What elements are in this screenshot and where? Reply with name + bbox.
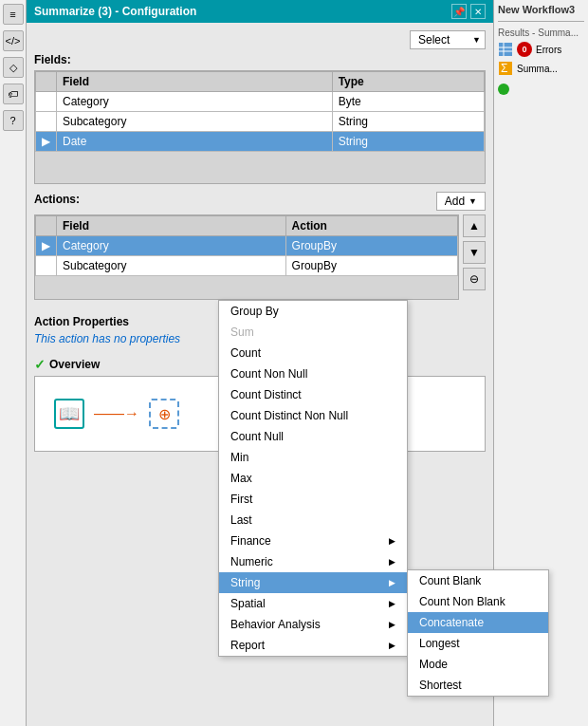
help-icon[interactable]: ? xyxy=(3,110,24,131)
fields-table-container: Field Type Category Byte Subcategory xyxy=(34,70,486,184)
error-badge: 0 xyxy=(517,42,532,57)
menu-item-report[interactable]: Report xyxy=(219,635,407,656)
error-text: Errors xyxy=(536,45,561,55)
pin-button[interactable]: 📌 xyxy=(451,4,467,19)
close-button[interactable]: ✕ xyxy=(470,4,486,19)
code-icon[interactable]: </> xyxy=(3,30,24,51)
move-down-button[interactable]: ▼ xyxy=(463,241,486,264)
submenu-shortest[interactable]: Shortest xyxy=(408,675,548,696)
overview-title: Overview xyxy=(49,358,100,371)
menu-item-groupby[interactable]: Group By xyxy=(219,301,407,322)
remove-button[interactable]: ⊖ xyxy=(463,268,486,290)
actions-col-action: Action xyxy=(285,216,457,236)
actions-label: Actions: xyxy=(34,193,80,206)
fields-col-field: Field xyxy=(57,72,333,92)
actions-section: Actions: Add Field Action xyxy=(34,192,486,300)
string-submenu: Count Blank Count Non Blank Concatenate … xyxy=(407,569,549,697)
menu-item-count-non-null[interactable]: Count Non Null xyxy=(219,363,407,384)
table-row[interactable]: Subcategory GroupBy xyxy=(36,256,458,276)
select-label: Select xyxy=(418,33,450,47)
submenu-count-blank[interactable]: Count Blank xyxy=(408,570,548,591)
menu-item-count-distinct-non-null[interactable]: Count Distinct Non Null xyxy=(219,405,407,426)
menu-icon[interactable]: ≡ xyxy=(3,4,24,25)
menu-item-finance[interactable]: Finance xyxy=(219,531,407,551)
table-row[interactable]: ▶ Date String xyxy=(36,132,485,152)
overview-check-icon: ✓ xyxy=(34,357,46,372)
table-row[interactable]: Subcategory String xyxy=(36,112,485,132)
fields-label: Fields: xyxy=(34,53,486,66)
menu-item-sum: Sum xyxy=(219,322,407,343)
svg-text:Σ: Σ xyxy=(501,62,507,75)
menu-item-min[interactable]: Min xyxy=(219,447,407,468)
table-icon xyxy=(498,42,513,57)
menu-item-count[interactable]: Count xyxy=(219,343,407,363)
select-row: Select xyxy=(34,30,486,49)
green-indicator xyxy=(498,84,584,95)
menu-item-count-null[interactable]: Count Null xyxy=(219,426,407,447)
diamond-icon[interactable]: ◇ xyxy=(3,57,24,78)
move-up-button[interactable]: ▲ xyxy=(463,214,486,237)
title-bar: Summarize (3) - Configuration 📌 ✕ xyxy=(27,0,493,23)
left-toolbar: ≡ </> ◇ 🏷 ? xyxy=(0,0,27,726)
submenu-longest[interactable]: Longest xyxy=(408,633,548,654)
actions-table: Field Action ▶ Category GroupBy xyxy=(35,215,458,276)
results-item: 0 Errors xyxy=(498,42,584,57)
fields-col-arrow xyxy=(36,72,57,92)
table-row[interactable]: Category Byte xyxy=(36,92,485,112)
table-row[interactable]: ▶ Category GroupBy xyxy=(36,236,458,256)
summary-icon: Σ xyxy=(498,61,513,76)
menu-item-count-distinct[interactable]: Count Distinct xyxy=(219,384,407,405)
submenu-mode[interactable]: Mode xyxy=(408,654,548,675)
menu-item-first[interactable]: First xyxy=(219,489,407,510)
tag-icon[interactable]: 🏷 xyxy=(3,84,24,104)
actions-col-arrow xyxy=(36,216,57,236)
fields-section: Select Fields: Field Type xyxy=(34,30,486,184)
right-panel-title: New Workflow3 xyxy=(498,4,584,15)
summary-text: Summa... xyxy=(517,64,558,74)
menu-item-last[interactable]: Last xyxy=(219,510,407,531)
actions-body: Field Action ▶ Category GroupBy xyxy=(34,214,486,300)
menu-item-numeric[interactable]: Numeric xyxy=(219,551,407,572)
menu-item-behavior-analysis[interactable]: Behavior Analysis xyxy=(219,614,407,635)
submenu-concatenate[interactable]: Concatenate xyxy=(408,612,548,633)
summary-item: Σ Summa... xyxy=(498,61,584,76)
menu-item-max[interactable]: Max xyxy=(219,468,407,489)
add-button[interactable]: Add xyxy=(436,192,486,211)
svg-rect-0 xyxy=(499,43,512,56)
source-node[interactable]: 📖 xyxy=(54,399,84,429)
summarize-node[interactable]: ⊕ xyxy=(149,399,179,429)
fields-col-type: Type xyxy=(332,72,484,92)
actions-header: Actions: Add xyxy=(34,192,486,211)
dropdown-menu: Group By Sum Count Count Non Null Count … xyxy=(218,300,408,657)
results-label: Results - Summa... xyxy=(498,28,584,38)
actions-table-container: Field Action ▶ Category GroupBy xyxy=(34,214,459,300)
menu-item-string[interactable]: String xyxy=(219,572,407,593)
submenu-count-non-blank[interactable]: Count Non Blank xyxy=(408,591,548,612)
fields-table: Field Type Category Byte Subcategory xyxy=(35,71,485,152)
actions-side-buttons: ▲ ▼ ⊖ xyxy=(463,214,486,300)
select-dropdown[interactable]: Select xyxy=(410,30,486,49)
title-bar-controls: 📌 ✕ xyxy=(451,4,486,19)
node-connector: ——→ xyxy=(94,405,139,422)
actions-col-field: Field xyxy=(57,216,286,236)
menu-item-spatial[interactable]: Spatial xyxy=(219,593,407,614)
window-title: Summarize (3) - Configuration xyxy=(34,5,196,18)
